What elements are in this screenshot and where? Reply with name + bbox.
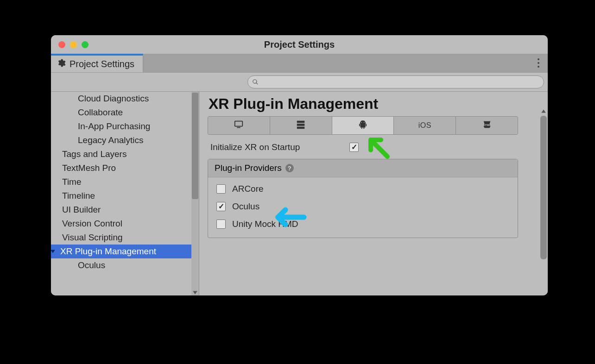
settings-sidebar: Cloud DiagnosticsCollaborateIn-App Purch…: [51, 92, 199, 295]
svg-text:HTML: HTML: [483, 124, 491, 126]
platform-tab-server[interactable]: [270, 117, 332, 134]
search-row: [51, 72, 548, 92]
expand-triangle-icon: [51, 246, 57, 257]
svg-rect-3: [235, 121, 243, 126]
svg-point-8: [361, 122, 362, 123]
sidebar-item-label: Version Control: [62, 219, 122, 229]
project-settings-window: Project Settings Project Settings Cloud …: [51, 35, 548, 295]
sidebar-item-visual-scripting[interactable]: Visual Scripting: [51, 231, 199, 245]
search-input[interactable]: [247, 75, 544, 88]
initialize-xr-label: Initialize XR on Startup: [210, 142, 349, 152]
provider-row-unity-mock-hmd: Unity Mock HMD: [208, 215, 518, 233]
main-scrollbar[interactable]: [539, 114, 548, 295]
svg-point-1: [538, 62, 539, 64]
sidebar-item-label: Time: [62, 177, 82, 187]
sidebar-item-tags-and-layers[interactable]: Tags and Layers: [51, 147, 199, 161]
webgl-icon: HTML: [482, 119, 492, 132]
sidebar-item-version-control[interactable]: Version Control: [51, 217, 199, 231]
android-icon: [358, 119, 368, 132]
tab-bar: Project Settings: [51, 54, 548, 72]
svg-rect-6: [297, 124, 305, 126]
svg-point-2: [538, 66, 539, 68]
scrollbar-thumb[interactable]: [192, 93, 198, 199]
svg-rect-4: [237, 127, 241, 128]
sidebar-item-time[interactable]: Time: [51, 175, 199, 189]
sidebar-item-textmesh-pro[interactable]: TextMesh Pro: [51, 161, 199, 175]
sidebar-item-timeline[interactable]: Timeline: [51, 189, 199, 203]
scrollbar-thumb[interactable]: [540, 116, 547, 259]
sidebar-item-cloud-diagnostics[interactable]: Cloud Diagnostics: [51, 92, 199, 106]
standalone-icon: [234, 119, 244, 132]
panel-menu-button[interactable]: [529, 54, 548, 72]
sidebar-item-in-app-purchasing[interactable]: In-App Purchasing: [51, 119, 199, 133]
scroll-up-icon[interactable]: [541, 107, 546, 113]
tab-project-settings[interactable]: Project Settings: [51, 54, 143, 72]
svg-point-9: [364, 122, 365, 123]
svg-point-0: [538, 58, 539, 60]
svg-rect-14: [363, 127, 364, 129]
platform-tab-label: iOS: [418, 121, 431, 130]
svg-rect-13: [361, 127, 362, 129]
sidebar-item-xr-plug-in-management[interactable]: XR Plug-in Management: [51, 245, 199, 258]
provider-label: Oculus: [232, 201, 260, 212]
search-icon: [252, 79, 259, 85]
provider-label: ARCore: [232, 184, 264, 194]
provider-row-arcore: ARCore: [208, 180, 518, 198]
sidebar-item-oculus[interactable]: Oculus: [51, 258, 199, 272]
provider-checkbox[interactable]: [216, 184, 226, 194]
titlebar: Project Settings: [51, 35, 548, 54]
provider-checkbox[interactable]: [216, 220, 226, 229]
sidebar-item-label: Collaborate: [78, 107, 123, 118]
sidebar-item-label: UI Builder: [62, 205, 101, 215]
svg-rect-11: [359, 124, 360, 126]
platform-tab-webgl[interactable]: HTML: [456, 117, 518, 134]
gear-icon: [57, 58, 66, 70]
sidebar-item-label: XR Plug-in Management: [60, 246, 156, 257]
help-icon[interactable]: ?: [285, 164, 294, 172]
svg-rect-12: [366, 124, 367, 126]
sidebar-item-label: In-App Purchasing: [78, 121, 150, 132]
tab-label: Project Settings: [70, 59, 134, 69]
svg-rect-5: [297, 121, 305, 123]
sidebar-item-legacy-analytics[interactable]: Legacy Analytics: [51, 133, 199, 147]
sidebar-item-label: Legacy Analytics: [78, 135, 144, 145]
sidebar-item-ui-builder[interactable]: UI Builder: [51, 203, 199, 217]
scroll-down-icon[interactable]: [192, 289, 198, 295]
sidebar-item-label: Visual Scripting: [62, 232, 123, 243]
platform-tab-standalone[interactable]: [208, 117, 270, 134]
sidebar-item-label: Timeline: [62, 191, 95, 201]
sidebar-item-label: TextMesh Pro: [62, 163, 116, 173]
sidebar-item-label: Cloud Diagnostics: [78, 94, 149, 104]
platform-tab-android[interactable]: [332, 117, 394, 134]
sidebar-item-collaborate[interactable]: Collaborate: [51, 106, 199, 119]
svg-rect-10: [360, 124, 365, 127]
platform-tab-ios[interactable]: iOS: [394, 117, 456, 134]
sidebar-scrollbar[interactable]: [191, 92, 199, 295]
provider-row-oculus: Oculus: [208, 198, 518, 215]
page-title: XR Plug-in Management: [209, 95, 536, 113]
server-icon: [296, 119, 306, 132]
sidebar-item-label: Tags and Layers: [62, 149, 127, 159]
provider-checkbox[interactable]: [216, 202, 226, 211]
platform-tabs: iOSHTML: [208, 116, 518, 135]
svg-rect-7: [297, 127, 305, 129]
sidebar-item-label: Oculus: [78, 260, 105, 270]
provider-label: Unity Mock HMD: [232, 219, 298, 229]
providers-header: Plug-in Providers: [215, 163, 282, 173]
providers-panel: Plug-in Providers ? ARCoreOculusUnity Mo…: [208, 159, 518, 238]
initialize-xr-checkbox[interactable]: [349, 143, 359, 152]
window-title: Project Settings: [51, 39, 548, 50]
settings-main: XR Plug-in Management iOSHTML Initialize…: [199, 92, 548, 295]
